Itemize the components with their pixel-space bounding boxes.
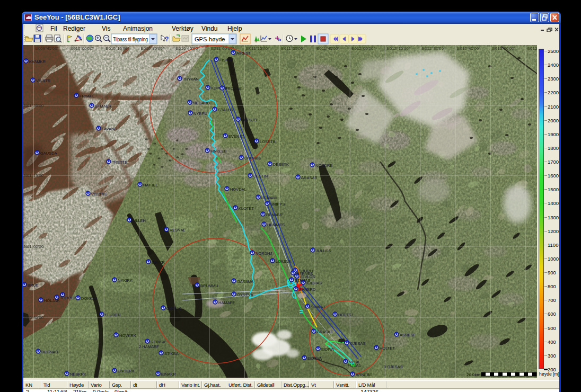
- svg-text:STMAER: STMAER: [95, 104, 112, 109]
- svg-text:SIMKAJ: SIMKAJ: [311, 305, 325, 309]
- svg-text:E010°30'00": E010°30'00": [140, 46, 164, 51]
- svg-text:RENABR: RENABR: [266, 212, 283, 217]
- svg-text:E011°45'00": E011°45'00": [316, 46, 340, 51]
- svg-text:OLSTIN: OLSTIN: [253, 174, 268, 179]
- svg-text:LOKSVA: LOKSVA: [276, 259, 291, 264]
- svg-text:NETSJO: NETSJO: [241, 118, 257, 122]
- svg-text:E011°30'00": E011°30'00": [281, 46, 305, 51]
- svg-text:GAUSDA: GAUSDA: [40, 151, 57, 156]
- svg-text:HOLTET: HOLTET: [380, 346, 395, 351]
- svg-text:HAFJEL: HAFJEL: [143, 183, 158, 188]
- svg-text:E012°45'00": E012°45'00": [457, 46, 480, 51]
- svg-text:N61°15'00: N61°15'00: [24, 173, 44, 178]
- svg-text:HOLTSJ: HOLTSJ: [338, 313, 353, 317]
- svg-text:GTA1BR: GTA1BR: [218, 108, 234, 112]
- svg-text:EIDSVA: EIDSVA: [307, 356, 322, 361]
- svg-text:FISKVI: FISKVI: [219, 58, 232, 63]
- svg-text:NEGARD: NEGARD: [193, 101, 210, 105]
- svg-text:LOSETB: LOSETB: [260, 139, 276, 144]
- svg-text:E009°45'00": E009°45'00": [36, 46, 59, 51]
- svg-text:BEGNAD: BEGNAD: [41, 350, 58, 354]
- svg-text:RENAMI: RENAMI: [261, 195, 277, 200]
- svg-text:MNKLEB: MNKLEB: [210, 149, 227, 154]
- svg-text:NORDHJ: NORDHJ: [256, 251, 272, 256]
- svg-text:SNIPPS: SNIPPS: [270, 202, 285, 207]
- svg-text:FRYAFL: FRYAFL: [80, 94, 94, 99]
- svg-text:KLOTET: KLOTET: [239, 206, 254, 211]
- svg-text:E010°00'00": E010°00'00": [71, 46, 94, 51]
- svg-text:FAVANG: FAVANG: [102, 127, 117, 131]
- svg-text:SANERD: SANERD: [299, 287, 316, 292]
- svg-text:NYBRU: NYBRU: [193, 111, 207, 116]
- svg-text:?: ?: [165, 35, 169, 43]
- svg-text:BRASKE: BRASKE: [317, 329, 333, 334]
- svg-text:E012°15'00": E012°15'00": [387, 46, 410, 51]
- svg-text:E012°00'00": E012°00'00": [351, 46, 375, 51]
- svg-text:AIREST: AIREST: [236, 51, 251, 56]
- svg-text:N60°45'00': N60°45'00': [24, 315, 45, 320]
- svg-text:ARASAR: ARASAR: [301, 175, 318, 180]
- svg-text:HOVKRK: HOVKRK: [119, 333, 136, 338]
- svg-text:EIDIVA: EIDIVA: [321, 347, 334, 352]
- svg-text:TRETTE: TRETTE: [112, 160, 127, 165]
- svg-text:KVAMKR: KVAMKR: [29, 59, 46, 64]
- svg-text:ARNEBE: ARNEBE: [356, 372, 372, 377]
- svg-text:2.HAMARF: 2.HAMARF: [139, 344, 159, 349]
- svg-text:OYREVA: OYREVA: [237, 292, 253, 297]
- svg-text:E013°15'00": E013°15'00": [527, 46, 537, 51]
- svg-text:E011°15'00": E011°15'00": [246, 46, 269, 51]
- svg-text:ENGERK: ENGERK: [118, 369, 135, 373]
- svg-text:STIKBA: STIKBA: [164, 351, 179, 356]
- svg-text:FROGNE: FROGNE: [225, 86, 242, 91]
- svg-text:Tilpass til flygning: Tilpass til flygning: [113, 36, 148, 42]
- svg-text:REINSV: REINSV: [151, 340, 165, 344]
- svg-text:3.GJESAS: 3.GJESAS: [384, 364, 403, 369]
- svg-text:HOVDAL: HOVDAL: [230, 187, 247, 192]
- svg-text:N61°30'00: N61°30'00: [24, 103, 44, 108]
- svg-text:EVENST: EVENST: [228, 134, 244, 139]
- svg-text:GJOVIK: GJOVIK: [166, 306, 181, 311]
- svg-text:HAMARF: HAMARF: [218, 300, 235, 305]
- svg-text:FLUBER: FLUBER: [105, 313, 121, 317]
- svg-text:EINAKR: EINAKR: [161, 372, 177, 377]
- svg-text:NYKIRK: NYKIRK: [118, 278, 133, 283]
- svg-text:VESNAL: VESNAL: [170, 228, 186, 233]
- svg-text:LILLEH: LILLEH: [133, 218, 146, 223]
- svg-text:BRUE: BRUE: [28, 283, 39, 288]
- svg-text:VINSTR: VINSTR: [36, 78, 51, 83]
- svg-text:E013°00'00": E013°00'00": [492, 46, 515, 51]
- svg-text:NORDRE: NORDRE: [315, 163, 333, 168]
- svg-text:OPPHUS: OPPHUS: [244, 156, 261, 161]
- svg-text:N61°00'00: N61°00'00: [24, 244, 44, 249]
- svg-text:JULUSS: JULUSS: [316, 248, 331, 253]
- svg-text:ELVLOS: ELVLOS: [300, 274, 315, 279]
- svg-text:E010°15'00": E010°15'00": [105, 46, 129, 51]
- svg-text:E011°00'00": E011°00'00": [211, 46, 234, 51]
- svg-text:GASBUA: GASBUA: [237, 279, 253, 284]
- svg-text:DESETK: DESETK: [273, 162, 289, 167]
- svg-text:VESTRE: VESTRE: [91, 192, 107, 197]
- svg-text:20.0km: 20.0km: [466, 372, 481, 377]
- svg-text:GJESAS: GJESAS: [350, 341, 366, 346]
- svg-text:NESKRK: NESKRK: [70, 372, 86, 377]
- svg-text:GPS-høyde: GPS-høyde: [195, 36, 225, 42]
- svg-text:BRUMMU: BRUMMU: [200, 283, 218, 288]
- svg-text:TRYVAN: TRYVAN: [183, 77, 199, 82]
- svg-text:BIRIKR: BIRIKR: [152, 260, 165, 265]
- svg-text:HEMMES: HEMMES: [267, 222, 285, 227]
- svg-text:FLISA1: FLISA1: [348, 363, 361, 368]
- svg-text:DOKKAJ: DOKKAJ: [81, 296, 97, 301]
- svg-text:E012°30'00": E012°30'00": [422, 46, 445, 51]
- svg-text:ASNESF: ASNESF: [400, 333, 416, 337]
